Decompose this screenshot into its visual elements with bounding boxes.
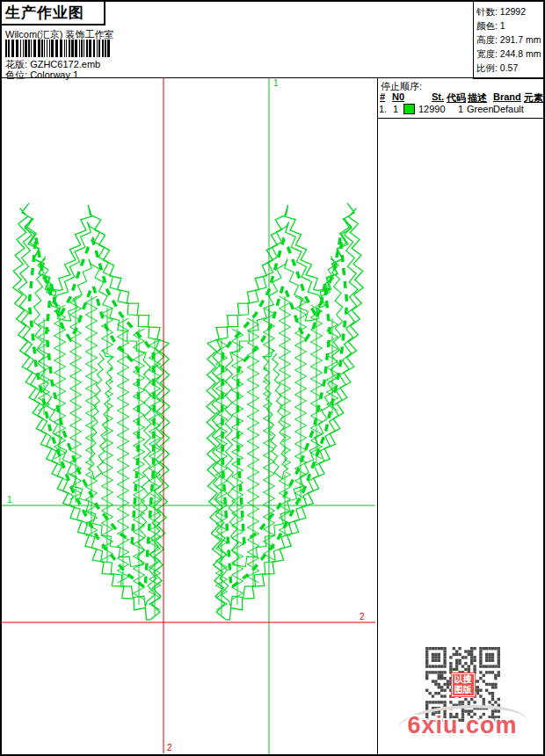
design-info-box: 针数: 12992 颜色: 1 高度: 291.7 mm 宽度: 244.8 m… xyxy=(473,2,543,79)
guide-label: 1 xyxy=(273,78,279,88)
col-header-desc: 描述 xyxy=(468,91,487,105)
barcode xyxy=(5,40,114,57)
col-header-n0: N0 xyxy=(392,91,404,102)
table-bottom-rule xyxy=(378,118,544,119)
watermark-text: 6xiu.com xyxy=(396,712,529,739)
page-title: 生产作业图 xyxy=(5,3,84,23)
row-desc: Green xyxy=(467,104,494,114)
col-header-hash: # xyxy=(380,91,385,102)
guide-label: 2 xyxy=(360,612,365,622)
design-left-half xyxy=(13,203,170,620)
title-box: 生产作业图 xyxy=(2,2,105,25)
col-header-code: 代码 xyxy=(447,91,466,105)
production-worksheet: 生产作业图 Wilcom(汇京) 装饰工作室 花版: GZHC6172.emb … xyxy=(0,0,545,756)
color-count: 颜色: 1 xyxy=(476,18,543,33)
stitch-count: 针数: 12992 xyxy=(476,4,543,18)
row-index: 1. xyxy=(379,104,387,114)
design-right-half xyxy=(207,203,363,620)
row-n0: 1 xyxy=(393,104,398,114)
col-header-st: St. xyxy=(432,91,444,102)
design-scale: 比例: 0.57 xyxy=(476,61,543,75)
color-swatch xyxy=(403,104,415,114)
guide-label: 2 xyxy=(167,743,172,752)
row-stitches: 12990 xyxy=(418,104,446,114)
design-canvas: 1122 xyxy=(2,78,375,756)
design-height: 高度: 291.7 mm xyxy=(476,33,543,47)
row-code: 1 xyxy=(458,104,463,114)
design-width: 宽度: 244.8 mm xyxy=(476,47,543,61)
col-header-brand: Brand xyxy=(493,91,521,102)
qr-center-logo: 以搜 图版 xyxy=(452,673,475,696)
guide-label: 1 xyxy=(7,495,12,505)
col-header-elem: 元素 xyxy=(524,91,543,105)
row-brand: Default xyxy=(493,104,524,114)
